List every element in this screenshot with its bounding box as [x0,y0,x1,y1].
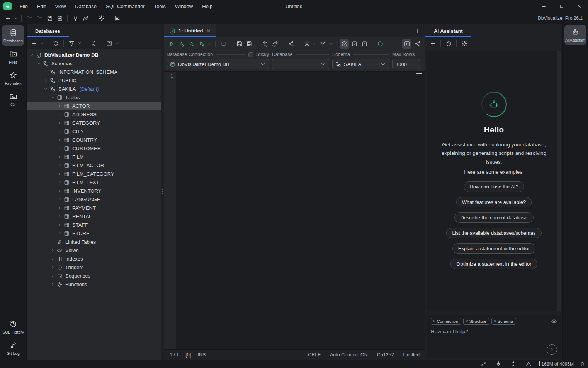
tree-item-rental[interactable]: RENTAL [27,212,161,220]
menu-view[interactable]: View [51,2,70,11]
remove-chip-icon[interactable]: × [433,319,435,323]
chevron-right-icon[interactable] [56,197,63,202]
ai-example-button[interactable]: Optimize a statement in the editor [450,259,537,269]
show-console-toggle[interactable] [402,39,411,49]
tree-item-country[interactable]: COUNTRY [27,136,161,144]
filter-dropdown[interactable] [77,39,82,48]
rail-item-git[interactable]: Git [2,89,24,109]
tree-item-sakila[interactable]: SAKILA(Default) [27,85,161,93]
tree-item-tables[interactable]: Tables [27,93,161,102]
execute-button[interactable] [167,39,176,49]
chevron-right-icon[interactable] [56,121,63,125]
close-tab-icon[interactable] [206,29,211,33]
collapse-all-button[interactable] [88,39,98,48]
save-as-button[interactable] [245,39,254,49]
execute-dropdown[interactable] [207,39,212,49]
chevron-right-icon[interactable] [56,223,63,227]
tree-item-city[interactable]: CITY [27,127,161,136]
chevron-right-icon[interactable] [42,78,49,83]
save-editor-button[interactable] [235,39,244,49]
tab-untitled-sql[interactable]: 1: Untitled [164,24,216,37]
rail-item-databases[interactable]: Databases [2,25,24,46]
auto-commit-toggle[interactable] [340,39,349,49]
sql-editor-body[interactable]: 1 [164,71,425,349]
chevron-right-icon[interactable] [56,189,63,193]
ai-example-button[interactable]: Describe the current database [454,212,533,223]
tree-item-sequences[interactable]: Sequences [27,271,161,280]
context-chip-structure[interactable]: ×Structure [463,318,489,325]
ai-settings-button[interactable] [460,39,469,48]
menu-sql-commander[interactable]: SQL Commander [102,2,149,11]
editor-scrollbar-thumb[interactable] [416,73,422,74]
panel-splitter-left[interactable] [161,24,164,360]
editor-settings-dropdown[interactable] [312,39,317,49]
warnings-button[interactable] [524,360,533,368]
tree-item-triggers[interactable]: Triggers [27,263,161,271]
save-button[interactable] [45,14,54,23]
memory-indicator[interactable]: 168M of 4096M [539,361,574,367]
open-object-button[interactable] [104,39,114,48]
editor-status-item[interactable]: CRLF [308,352,321,358]
refresh-button[interactable] [51,39,60,48]
stop-button[interactable] [219,39,228,49]
new-editor-tab-button[interactable] [414,28,420,34]
chevron-right-icon[interactable] [56,104,63,108]
rail-item-ai-assistant[interactable]: AI Assistant [564,25,586,45]
tree-item-actor[interactable]: ACTOR [27,102,161,110]
tree-item-staff[interactable]: STAFF [27,220,161,229]
chevron-right-icon[interactable] [49,248,56,253]
chevron-right-icon[interactable] [49,274,56,278]
open-recent-button[interactable] [35,14,44,23]
chevron-down-icon[interactable] [42,87,49,91]
show-graph-button[interactable] [413,39,422,49]
execute-explain-button[interactable] [197,39,206,49]
quick-actions-button[interactable] [494,360,503,368]
tree-item-language[interactable]: LANGUAGE [27,195,161,204]
editor-status-item[interactable]: Auto Commit: ON [330,352,368,358]
ai-example-button[interactable]: Explain a statement in the editor [452,243,536,254]
chevron-right-icon[interactable] [49,240,56,244]
add-connection-button[interactable] [29,39,39,48]
save-all-button[interactable] [55,14,64,23]
context-chip-connection[interactable]: ×Connection [431,318,461,325]
remove-chip-icon[interactable]: × [466,319,468,323]
rail-item-files[interactable]: Files [2,47,24,67]
ai-scrollbar-track[interactable] [557,51,561,311]
menu-window[interactable]: Window [171,2,197,11]
tree-item-inventory[interactable]: INVENTORY [27,187,161,195]
transaction-dropdown[interactable] [328,39,333,49]
sql-format-redo-button[interactable]: SQL [270,39,280,49]
ai-input-box[interactable]: ×Connection×Structure×Schema How can I h… [427,315,561,358]
context-chip-schema[interactable]: ×Schema [491,318,516,325]
chevron-right-icon[interactable] [56,231,63,236]
rollback-button[interactable] [360,39,369,49]
sticky-checkbox[interactable] [248,52,253,57]
open-object-dropdown[interactable] [114,39,119,48]
editor-settings-button[interactable] [302,39,311,49]
chevron-right-icon[interactable] [56,146,63,151]
rail-item-git-log[interactable]: Git Log [2,338,24,358]
editor-status-item[interactable]: Cp1252 [377,352,394,358]
new-button[interactable] [3,14,12,23]
ai-example-button[interactable]: How can I use the AI? [464,181,524,192]
tab-databases[interactable]: Databases [27,28,69,37]
tab-ai-assistant[interactable]: AI Assistant [425,28,471,37]
ai-input[interactable]: How can I help? [431,329,557,334]
tree-item-information-schema[interactable]: INFORMATION_SCHEMA [27,68,161,76]
editor-text-area[interactable] [176,72,425,349]
tree-item-address[interactable]: ADDRESS [27,110,161,119]
tree-item-film-actor[interactable]: FILM_ACTOR [27,161,161,170]
tree-item-customer[interactable]: CUSTOMER [27,144,161,153]
chat-history-button[interactable] [444,39,453,48]
chevron-right-icon[interactable] [56,112,63,117]
chevron-down-icon[interactable] [29,53,35,57]
database-select[interactable] [272,59,329,69]
tree-item-public[interactable]: PUBLIC [27,76,161,85]
menu-edit[interactable]: Edit [33,2,49,11]
execute-current-button[interactable] [177,39,186,49]
tree-item-views[interactable]: Views [27,246,161,254]
window-maximize-button[interactable] [552,0,570,12]
connection-select[interactable]: DbVisualizer Demo DB [167,59,269,69]
tree-item-film-category[interactable]: FILM_CATEGORY [27,170,161,178]
menu-help[interactable]: Help [198,2,216,11]
